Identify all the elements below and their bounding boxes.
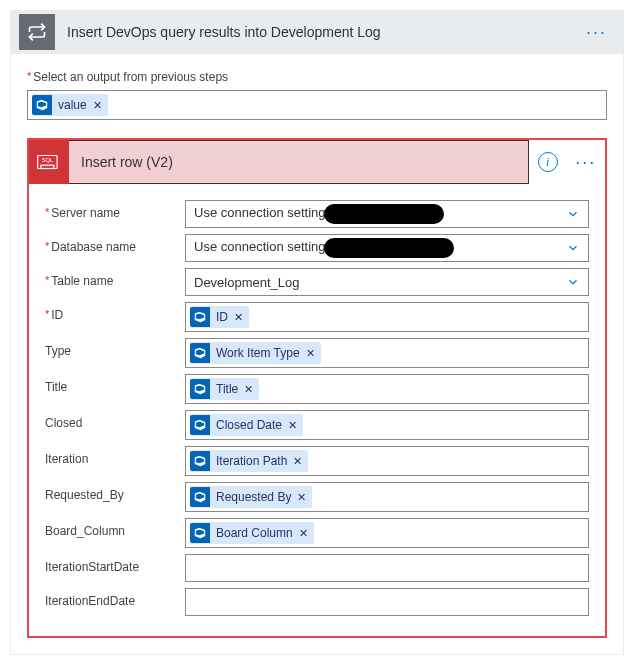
devops-icon xyxy=(190,379,210,399)
svg-rect-1 xyxy=(41,165,54,168)
output-label: Select an output from previous steps xyxy=(27,70,607,84)
id-label: ID xyxy=(45,302,185,322)
output-token-input[interactable]: value ✕ xyxy=(27,90,607,120)
redacted xyxy=(324,204,444,224)
token-remove[interactable]: ✕ xyxy=(288,419,297,432)
chevron-down-icon xyxy=(566,241,580,255)
foreach-title: Insert DevOps query results into Develop… xyxy=(59,24,570,40)
insert-row-action: SQL Insert row (V2) i ··· Server name Us… xyxy=(27,138,607,638)
table-dropdown[interactable]: Development_Log xyxy=(185,268,589,296)
action-body: Server name Use connection setting Datab… xyxy=(29,184,605,636)
iteration-label: Iteration xyxy=(45,446,185,466)
requested-token[interactable]: Requested By✕ xyxy=(190,486,312,508)
closed-input[interactable]: Closed Date✕ xyxy=(185,410,589,440)
redacted xyxy=(324,238,454,258)
requested-label: Requested_By xyxy=(45,482,185,502)
database-label: Database name xyxy=(45,234,185,254)
token-remove[interactable]: ✕ xyxy=(234,311,243,324)
table-label: Table name xyxy=(45,268,185,288)
foreach-body: Select an output from previous steps val… xyxy=(10,54,624,655)
action-title: Insert row (V2) xyxy=(69,154,528,170)
token-remove[interactable]: ✕ xyxy=(244,383,253,396)
requested-input[interactable]: Requested By✕ xyxy=(185,482,589,512)
chevron-down-icon xyxy=(566,275,580,289)
action-side: i ··· xyxy=(529,140,605,184)
token-remove[interactable]: ✕ xyxy=(297,491,306,504)
title-input[interactable]: Title✕ xyxy=(185,374,589,404)
devops-icon xyxy=(190,451,210,471)
chevron-down-icon xyxy=(566,207,580,221)
devops-icon xyxy=(190,307,210,327)
devops-icon xyxy=(190,487,210,507)
server-dropdown[interactable]: Use connection setting xyxy=(185,200,589,228)
type-input[interactable]: Work Item Type✕ xyxy=(185,338,589,368)
token-label: value xyxy=(58,98,87,112)
foreach-card: Insert DevOps query results into Develop… xyxy=(10,10,624,655)
iteration-token[interactable]: Iteration Path✕ xyxy=(190,450,308,472)
token-remove[interactable]: ✕ xyxy=(306,347,315,360)
id-token[interactable]: ID✕ xyxy=(190,306,249,328)
title-token[interactable]: Title✕ xyxy=(190,378,259,400)
type-token[interactable]: Work Item Type✕ xyxy=(190,342,321,364)
iteration-input[interactable]: Iteration Path✕ xyxy=(185,446,589,476)
board-label: Board_Column xyxy=(45,518,185,538)
iterstart-label: IterationStartDate xyxy=(45,554,185,574)
token-remove[interactable]: ✕ xyxy=(299,527,308,540)
sql-icon: SQL xyxy=(29,140,69,184)
iterstart-input[interactable] xyxy=(185,554,589,582)
closed-token[interactable]: Closed Date✕ xyxy=(190,414,303,436)
token-remove[interactable]: ✕ xyxy=(293,455,302,468)
devops-icon xyxy=(190,523,210,543)
type-label: Type xyxy=(45,338,185,358)
foreach-menu-button[interactable]: ··· xyxy=(570,22,623,43)
loop-icon xyxy=(19,14,55,50)
closed-label: Closed xyxy=(45,410,185,430)
action-header[interactable]: SQL Insert row (V2) xyxy=(29,140,529,184)
devops-icon xyxy=(190,415,210,435)
board-token[interactable]: Board Column✕ xyxy=(190,522,314,544)
titlef-label: Title xyxy=(45,374,185,394)
devops-icon xyxy=(190,343,210,363)
output-token[interactable]: value ✕ xyxy=(32,94,108,116)
id-input[interactable]: ID✕ xyxy=(185,302,589,332)
svg-text:SQL: SQL xyxy=(42,157,53,163)
iterend-input[interactable] xyxy=(185,588,589,616)
action-menu-button[interactable]: ··· xyxy=(575,152,596,173)
iterend-label: IterationEndDate xyxy=(45,588,185,608)
database-dropdown[interactable]: Use connection setting xyxy=(185,234,589,262)
token-remove[interactable]: ✕ xyxy=(93,99,102,112)
board-input[interactable]: Board Column✕ xyxy=(185,518,589,548)
devops-icon xyxy=(32,95,52,115)
foreach-header[interactable]: Insert DevOps query results into Develop… xyxy=(10,10,624,54)
info-icon[interactable]: i xyxy=(538,152,558,172)
server-label: Server name xyxy=(45,200,185,220)
action-header-row: SQL Insert row (V2) i ··· xyxy=(29,140,605,184)
